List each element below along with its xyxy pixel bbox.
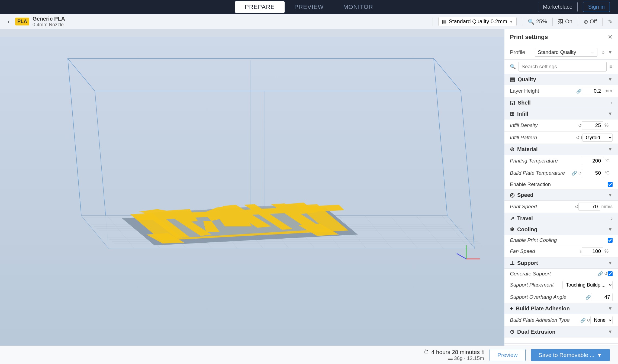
infill-label: Infill (517, 111, 528, 117)
profile-select[interactable]: Standard Quality ··· (535, 48, 597, 57)
support-placement-label: Support Placement (510, 282, 562, 288)
time-value: 4 hours 28 minutes (431, 349, 480, 355)
enable-print-cooling-row: Enable Print Cooling (504, 235, 618, 245)
info-icon[interactable]: ℹ (482, 349, 484, 355)
quality-chevron-icon: ▼ (608, 77, 613, 82)
print-speed-label: Print Speed (510, 204, 575, 210)
quality-selector[interactable]: ▤ Standard Quality 0.2mm ▼ (438, 17, 517, 26)
section-travel[interactable]: ↗ Travel › (504, 213, 618, 224)
buildplate-link-icon[interactable]: 🔗 (572, 171, 577, 176)
shell-icon: ◱ (510, 99, 515, 106)
printing-temp-input[interactable] (582, 157, 603, 165)
search-menu-button[interactable]: ≡ (609, 64, 613, 70)
material-badge: PLA (15, 18, 29, 25)
generate-support-reset-icon[interactable]: ↺ (604, 271, 608, 276)
infill-pattern-reset-icon[interactable]: ↺ (576, 135, 580, 140)
support-overhang-input[interactable] (591, 293, 613, 301)
buildplate-reset-icon[interactable]: ↺ (578, 171, 582, 176)
viewport[interactable] (0, 29, 504, 364)
layer-link-icon[interactable]: 🔗 (576, 89, 582, 94)
travel-label: Travel (517, 215, 533, 222)
marketplace-button[interactable]: Marketplace (538, 2, 578, 12)
profile-actions: ☆ ▼ (601, 49, 613, 56)
infill-density-actions: ↺ (578, 123, 582, 128)
preview-button[interactable]: Preview (490, 349, 526, 361)
search-icon: 🔍 (510, 64, 516, 70)
adhesion-type-row: Build Plate Adhesion Type 🔗 ↺ None Brim … (504, 314, 618, 326)
section-quality[interactable]: ▤ Quality ▼ (504, 74, 618, 85)
profile-chevron-icon[interactable]: ▼ (608, 50, 613, 55)
profile-label: Profile (510, 49, 532, 56)
section-infill[interactable]: ⊞ Infill ▼ (504, 108, 618, 119)
print-speed-unit: mm/s (601, 204, 613, 209)
support-overhang-label: Support Overhang Angle (510, 294, 585, 300)
fan-speed-input[interactable] (582, 247, 603, 255)
section-dual-extrusion[interactable]: ⊙ Dual Extrusion ▼ (504, 326, 618, 337)
support-overhang-link-icon[interactable]: 🔗 (585, 295, 591, 300)
infill-pattern-row: Infill Pattern ↺ ℹ Gyroid Lines Grid Tri… (504, 132, 618, 144)
buildplate-temp-input[interactable] (582, 169, 603, 177)
star-icon[interactable]: ☆ (601, 49, 606, 56)
section-speed[interactable]: ◎ Speed ▼ (504, 190, 618, 201)
profile-row: Profile Standard Quality ··· ☆ ▼ (504, 45, 618, 60)
nozzle-label: 0.4mm Nozzle (33, 22, 65, 28)
material-chevron-icon: ▼ (608, 147, 613, 152)
search-input[interactable] (519, 62, 607, 72)
print-speed-row: Print Speed ↺ mm/s (504, 201, 618, 213)
save-chevron-icon: ▼ (597, 352, 602, 358)
infill-pattern-select[interactable]: Gyroid Lines Grid Triangles (582, 134, 613, 142)
support-placement-select[interactable]: Touching Buildpl... Everywhere (562, 281, 613, 289)
generate-support-actions: 🔗 ↺ (598, 271, 608, 276)
enable-retraction-row: Enable Retraction (504, 179, 618, 190)
buildplate-temp-actions: 🔗 ↺ (572, 171, 582, 176)
section-cooling[interactable]: ❄ Cooling ▼ (504, 224, 618, 235)
adhesion-type-link-icon[interactable]: 🔗 (580, 318, 586, 323)
generate-support-row: Generate Support 🔗 ↺ (504, 269, 618, 279)
section-support[interactable]: ⊥ Support ▼ (504, 258, 618, 269)
generate-support-link-icon[interactable]: 🔗 (598, 271, 603, 276)
scene-svg (0, 29, 504, 364)
panel-title: Print settings (510, 34, 548, 41)
tab-monitor[interactable]: MONITOR (333, 1, 383, 13)
signin-button[interactable]: Sign in (583, 2, 610, 12)
printing-temp-row: Printing Temperature °C (504, 155, 618, 167)
support-placement-row: Support Placement Touching Buildpl... Ev… (504, 279, 618, 291)
panel-close-button[interactable]: ✕ (608, 34, 613, 41)
enable-retraction-checkbox[interactable] (608, 182, 613, 187)
layer-height-input[interactable] (582, 87, 603, 95)
infill-density-input[interactable] (582, 121, 603, 129)
support-label: Support (517, 260, 538, 266)
render-on-icon: 🖼 (558, 18, 564, 25)
dual-extrusion-icon: ⊙ (510, 329, 514, 335)
support-overhang-row: Support Overhang Angle 🔗 (504, 291, 618, 303)
quality-label: Quality (518, 76, 536, 83)
profile-value: Standard Quality (538, 49, 576, 55)
material-icon: ⊘ (510, 146, 514, 152)
section-shell[interactable]: ◱ Shell › (504, 97, 618, 108)
tab-prepare[interactable]: PREPARE (235, 1, 285, 13)
section-buildplate-adhesion[interactable]: + Build Plate Adhesion ▼ (504, 303, 618, 314)
generate-support-checkbox[interactable] (608, 271, 613, 276)
material-stats-value: 36g · 12.15m (454, 355, 484, 361)
infill-reset-icon[interactable]: ↺ (578, 123, 582, 128)
quality-icon: ▤ (510, 76, 515, 83)
adhesion-icon: + (510, 306, 513, 312)
enable-print-cooling-label: Enable Print Cooling (510, 237, 608, 243)
print-speed-input[interactable] (578, 203, 600, 211)
section-cooling-left: ❄ Cooling (510, 226, 537, 233)
section-material[interactable]: ⊘ Material ▼ (504, 144, 618, 155)
zoom-icon: 🔍 (528, 18, 535, 25)
tab-preview[interactable]: PREVIEW (285, 1, 333, 13)
back-button[interactable]: ‹ (5, 17, 12, 27)
adhesion-type-reset-icon[interactable]: ↺ (587, 318, 590, 323)
section-travel-left: ↗ Travel (510, 215, 533, 222)
speed-label: Speed (517, 192, 533, 198)
print-speed-reset-icon[interactable]: ↺ (575, 204, 578, 209)
infill-pattern-label: Infill Pattern (510, 135, 576, 141)
edit-icon[interactable]: ✎ (608, 18, 613, 25)
section-quality-left: ▤ Quality (510, 76, 536, 83)
enable-print-cooling-checkbox[interactable] (608, 238, 613, 243)
save-button[interactable]: Save to Removable ... ▼ (531, 349, 610, 361)
filament-icon: ▬ (448, 356, 453, 361)
adhesion-type-select[interactable]: None Brim Raft Skirt (590, 316, 613, 324)
